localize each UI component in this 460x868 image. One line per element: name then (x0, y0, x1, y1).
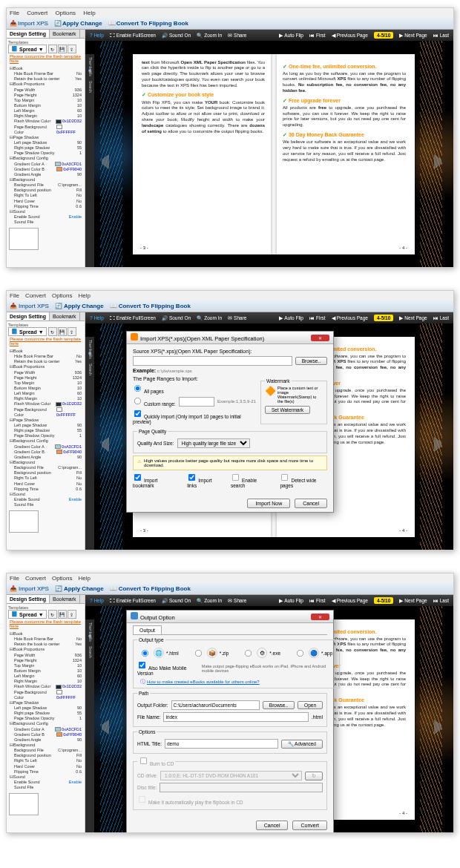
page-indicator[interactable]: 4-5/10 (374, 32, 393, 39)
output-option-dialog: Output Option✕ Output Output type 🌐*.htm… (126, 610, 334, 832)
refresh-icon: 🔄 (54, 20, 61, 27)
zip-icon: 📦 (207, 648, 217, 658)
output-dialog-title: Output Option (140, 614, 175, 621)
cancel-button[interactable]: Cancel (256, 821, 289, 830)
prev-page-arrow[interactable] (99, 154, 109, 169)
flipbook-viewer: ? Help ⛶ Enable FullScreen 🔊 Sound On 🔍 … (85, 30, 453, 267)
detect-wide-checkbox[interactable]: Detect wide pages (280, 473, 327, 488)
close-button[interactable]: ✕ (311, 614, 329, 620)
property-list[interactable]: ⊟Book Hide Book Frame BarNo Retain the b… (7, 65, 85, 226)
next-page-arrow[interactable] (434, 154, 444, 169)
prev-button[interactable]: ◀ Previous Page (332, 33, 368, 39)
import-bookmark-checkbox[interactable]: Import bookmark (133, 473, 177, 488)
menu-convert[interactable]: Convert (27, 10, 47, 16)
exe-icon: ⚙ (257, 648, 267, 658)
menu-help[interactable]: Help (83, 10, 95, 16)
quickly-import-checkbox[interactable]: Quickly import (Only import 10 pages to … (133, 409, 256, 424)
output-app-radio[interactable]: 🔵*.app (295, 648, 332, 658)
options-legend: Options (137, 729, 157, 734)
range-input[interactable] (179, 397, 214, 407)
example-label: Example: (133, 368, 156, 373)
cd-refresh-button: ↻ (305, 772, 323, 780)
book-icon: 📖 (108, 20, 115, 27)
app-icon: 🔵 (309, 648, 319, 658)
import-dialog-icon (131, 333, 138, 341)
help-button[interactable]: ? Help (90, 33, 104, 38)
convert-flip-button[interactable]: 📖Convert To Flipping Book (108, 20, 188, 27)
preview-thumbnail (9, 228, 39, 250)
output-dialog-icon (131, 612, 138, 619)
watermark-legend: Watermark (265, 378, 292, 384)
viewer-toolbar: ? Help ⛶ Enable FullScreen 🔊 Sound On 🔍 … (85, 30, 453, 41)
customize-template-link[interactable]: Please customize the flash template here (10, 54, 82, 63)
cancel-button[interactable]: Cancel (295, 499, 327, 508)
first-button[interactable]: ⏮ First (309, 33, 326, 38)
template-save-icon[interactable]: 💾 (58, 45, 67, 53)
autoplay-checkbox: Make it automatically play the flipbook … (137, 795, 243, 805)
import-links-checkbox[interactable]: Import links (187, 473, 220, 488)
all-pages-radio[interactable]: All pages (133, 384, 164, 394)
info-icon: ⓘ (140, 679, 145, 684)
cd-drive-select: 1:0:0,E: HL-DT-ST DVD-ROM DH40N A101 (160, 771, 302, 780)
menu-file[interactable]: File (10, 10, 19, 16)
howto-link[interactable]: How to make created eBooks available for… (147, 680, 260, 684)
disc-title-input (160, 783, 323, 792)
filename-input[interactable] (163, 712, 308, 722)
autoflip-button[interactable]: ▶ Auto Flip (279, 33, 303, 39)
last-button[interactable]: ⏭ Last (433, 33, 449, 38)
also-mobile-checkbox[interactable]: Also Make Mobile Version (137, 660, 196, 676)
source-input[interactable] (133, 356, 292, 366)
next-button[interactable]: ▶ Next Page (399, 33, 427, 39)
open-button[interactable]: Open (298, 701, 323, 709)
apply-change-button[interactable]: 🔄Apply Change (54, 20, 102, 27)
quality-warning: High values produce better page quality … (133, 456, 327, 470)
template-refresh-icon[interactable]: ↻ (48, 45, 57, 53)
burn-cd-checkbox[interactable]: Burn to CD (139, 761, 174, 766)
output-html-radio[interactable]: 🌐*.html (140, 648, 179, 658)
import-dialog-title: Import XPS(*.xps)(Open XML Paper Specifi… (140, 335, 264, 342)
watermark-icon: 🔶 (265, 386, 276, 396)
output-exe-radio[interactable]: ⚙*.exe (243, 648, 280, 658)
browse-button[interactable]: Browse.. (295, 357, 327, 365)
import-xps-button[interactable]: 📥Import XPS (10, 20, 48, 27)
menubar: File Convert Options Help (7, 8, 453, 18)
convert-button[interactable]: Convert (292, 821, 327, 830)
share-button[interactable]: ✉ Share (228, 33, 246, 39)
set-watermark-button[interactable]: Set Watermark (265, 406, 310, 414)
source-label: Source XPS(*.xps)(Open XML Paper Specifi… (133, 349, 327, 354)
close-button[interactable]: ✕ (311, 335, 329, 341)
settings-sidebar: Design Setting Bookmark Templates 📘Sprea… (7, 30, 85, 267)
tab-design-setting[interactable]: Design Setting (7, 30, 50, 38)
output-type-legend: Output type (137, 637, 165, 642)
import-icon: 📥 (10, 20, 16, 27)
html-icon: 🌐 (154, 648, 164, 658)
browse-button[interactable]: Browse.. (263, 701, 295, 709)
import-now-button[interactable]: Import Now (247, 499, 290, 508)
output-tab[interactable]: Output (133, 625, 162, 634)
sound-button[interactable]: 🔊 Sound On (162, 33, 191, 39)
import-xps-dialog: Import XPS(*.xps)(Open XML Paper Specifi… (126, 331, 334, 513)
thumbnails-tab[interactable]: Thumbnails (87, 57, 93, 63)
path-legend: Path (137, 691, 150, 696)
search-tab-icon[interactable]: 🔍 (87, 69, 93, 75)
html-title-input[interactable] (165, 739, 278, 749)
zoom-button[interactable]: 🔍 Zoom In (197, 33, 222, 39)
main-toolbar: 📥Import XPS 🔄Apply Change 📖Convert To Fl… (7, 18, 453, 30)
output-folder-input[interactable] (171, 700, 260, 710)
template-export-icon[interactable]: ⇪ (68, 45, 76, 53)
advanced-button[interactable]: 🔧 Advanced (281, 740, 323, 749)
tab-bookmark[interactable]: Bookmark (50, 30, 80, 38)
flipbook[interactable]: text from Microsoft Open XML Paper Speci… (133, 54, 415, 254)
fullscreen-button[interactable]: ⛶ Enable FullScreen (110, 33, 156, 38)
page-quality-legend: Page Quality (137, 429, 168, 434)
menu-options[interactable]: Options (55, 10, 76, 16)
ranges-label: The Page Ranges to Import: (133, 376, 256, 381)
output-zip-radio[interactable]: 📦*.zip (194, 648, 229, 658)
enable-search-checkbox[interactable]: Enable search (231, 473, 269, 488)
search-tab[interactable]: Search (87, 81, 93, 87)
custom-range-radio[interactable]: Custom range: (133, 396, 176, 407)
quality-select[interactable]: High quality large file size (177, 438, 250, 448)
template-select[interactable]: 📘Spread ▼ (8, 45, 47, 53)
